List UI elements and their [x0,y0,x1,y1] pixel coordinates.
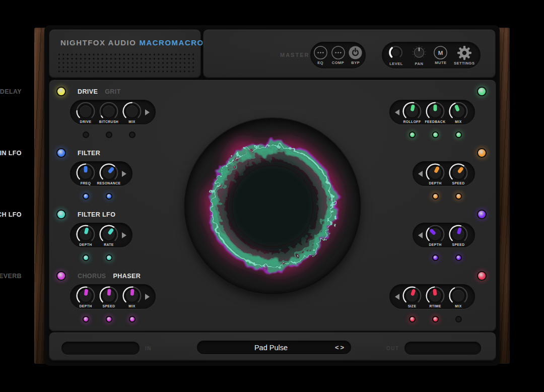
tab-tape-delay[interactable]: TAPE DELAY [0,88,22,95]
knob-mix[interactable]: MIX [120,286,144,308]
section-led-chorus[interactable] [56,271,66,281]
mod-led[interactable] [83,193,89,200]
mod-led[interactable] [83,132,89,138]
knob-dial[interactable] [425,101,445,121]
triangle-right-icon [145,294,150,300]
tab-plate-reverb[interactable]: PLATE REVERB [0,273,22,280]
knob-size[interactable]: SIZE [400,286,424,308]
knob-speed[interactable]: SPEED [447,224,470,246]
section-next-arrow[interactable] [144,109,151,115]
master-level-knob[interactable]: LEVEL [387,45,404,66]
mod-led[interactable] [409,316,416,322]
knob-freq[interactable]: FREQ [74,163,97,185]
knob-bitcrush[interactable]: BITCRUSH [97,101,120,123]
master-eq-button[interactable]: EQ [313,45,328,65]
mod-led[interactable] [455,193,462,200]
mod-led[interactable] [129,316,135,322]
mod-led[interactable] [455,132,462,138]
knob-dial[interactable] [76,163,96,183]
mod-led[interactable] [432,316,439,322]
master-pan-knob[interactable]: PAN [411,45,428,66]
mod-led[interactable] [455,254,462,261]
knob-dial[interactable] [76,224,96,244]
section-next-arrow[interactable] [144,294,151,300]
knob-dial[interactable] [425,163,445,183]
tab-chorus[interactable]: CHORUS [78,273,106,280]
knob-dial[interactable] [99,163,119,183]
knob-dial[interactable] [425,224,445,244]
knob-dial[interactable] [99,101,119,121]
knob-depth[interactable]: DEPTH [424,163,447,185]
knob-dial[interactable] [122,286,142,306]
tab-filter-lfo[interactable]: FILTER LFO [78,211,115,218]
mod-led[interactable] [432,254,439,261]
section-led-pitch-lfo[interactable] [477,210,487,219]
tab-gain-lfo[interactable]: GAIN LFO [0,150,22,157]
preset-next-button[interactable]: > [341,344,345,351]
knob-dial[interactable] [402,101,422,121]
master-settings-button[interactable]: SETTINGS [454,45,475,66]
section-led-filter[interactable] [56,148,66,158]
section-prev-arrow[interactable] [393,294,400,300]
mod-led[interactable] [106,132,112,138]
knob-dial[interactable] [448,101,468,121]
mod-led[interactable] [83,316,89,322]
knob-mix[interactable]: MIX [447,101,470,123]
master-comp-button[interactable]: COMP [331,45,346,65]
preset-name[interactable]: Pad Pulse [197,344,328,352]
knob-rolloff[interactable]: ROLLOFF [400,101,424,123]
knob-rtime[interactable]: RTIME [424,286,447,308]
section-led-stereo-delay[interactable] [477,87,487,96]
knob-dial[interactable] [99,224,119,244]
section-prev-arrow[interactable] [393,109,400,115]
section-prev-arrow[interactable] [417,232,424,238]
knob-depth[interactable]: DEPTH [424,224,447,246]
tab-filter[interactable]: FILTER [78,150,100,157]
knob-dial[interactable] [448,286,468,306]
section-prev-arrow[interactable] [417,171,424,177]
knob-depth[interactable]: DEPTH [74,224,97,246]
mod-led[interactable] [129,132,135,138]
mod-led[interactable] [409,132,416,138]
mod-led[interactable] [106,316,112,322]
tab-drive[interactable]: DRIVE [78,88,98,95]
knob-drive[interactable]: DRIVE [74,101,97,123]
tab-phaser[interactable]: PHASER [113,273,141,280]
mod-led[interactable] [432,193,439,200]
master-mute-button[interactable]: MMUTE [433,45,448,65]
knob-speed[interactable]: SPEED [97,286,120,308]
preset-selector[interactable]: Pad Pulse < > [197,341,351,354]
section-next-arrow[interactable] [120,171,127,177]
knob-feedback[interactable]: FEEDBACK [424,101,447,123]
knob-label: DEPTH [79,304,92,308]
knob-dial[interactable] [402,286,422,306]
knob-depth[interactable]: DEPTH [74,286,97,308]
knob-mix[interactable]: MIX [447,286,470,308]
tab-pitch-lfo[interactable]: PITCH LFO [0,211,22,218]
knob-resonance[interactable]: RESONANCE [97,163,120,185]
knob-dial[interactable] [448,163,468,183]
knob-mix[interactable]: MIX [120,101,144,123]
knob-dial[interactable] [425,286,445,306]
knob-dial[interactable] [448,224,468,244]
knob-rate[interactable]: RATE [97,224,120,246]
knob-dial[interactable] [76,286,96,306]
section-led-gain-lfo[interactable] [477,148,487,158]
mod-led[interactable] [106,254,112,261]
preset-prev-button[interactable]: < [335,344,339,351]
tab-grit[interactable]: GRIT [105,88,120,95]
mod-led[interactable] [83,254,89,261]
mod-led[interactable] [455,316,462,322]
knob-dial[interactable] [76,101,96,121]
section-led-shimmer[interactable] [477,271,487,281]
mod-led[interactable] [106,193,112,200]
section-led-filter-lfo[interactable] [56,210,66,219]
master-byp-button[interactable]: BYP [348,45,363,65]
section-next-arrow[interactable] [120,232,127,238]
mod-led[interactable] [432,132,439,138]
knob-speed[interactable]: SPEED [447,163,470,185]
section-led-drive[interactable] [56,87,66,96]
knob-dial[interactable] [122,101,142,121]
knob-dial[interactable] [99,286,119,306]
visualizer[interactable] [184,118,361,294]
